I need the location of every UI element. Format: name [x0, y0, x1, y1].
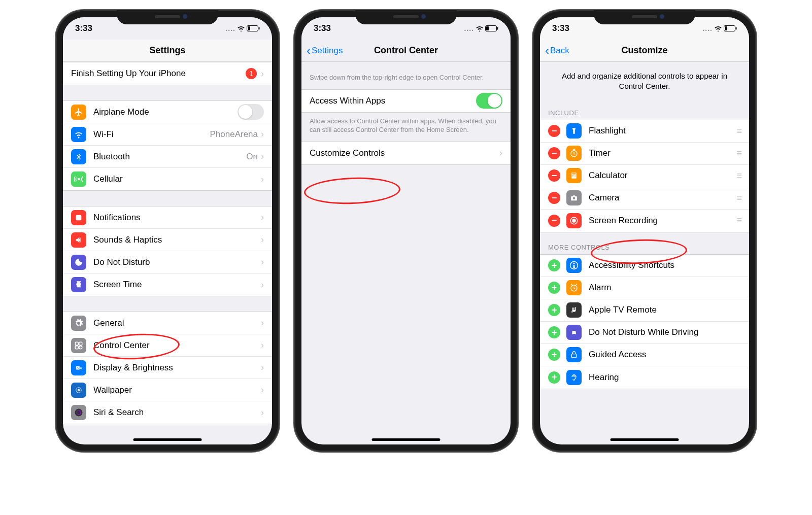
cell-siri-search[interactable]: Siri & Search› — [63, 401, 272, 424]
remove-button[interactable]: − — [548, 192, 560, 204]
cell-do-not-disturb[interactable]: Do Not Disturb› — [63, 251, 272, 273]
control-alarm[interactable]: +Alarm — [540, 277, 749, 299]
nav-title: Settings — [149, 45, 185, 56]
chevron-right-icon: › — [499, 148, 502, 158]
remove-button[interactable]: − — [548, 147, 560, 159]
back-button[interactable]: ‹ Back — [545, 44, 569, 58]
flashlight-icon — [566, 123, 582, 139]
chevron-right-icon: › — [261, 318, 264, 328]
cell-cellular[interactable]: Cellular› — [63, 168, 272, 190]
bluetooth-value: On — [246, 152, 258, 162]
airplane-mode-toggle[interactable] — [238, 104, 264, 120]
access-label: Access Within Apps — [310, 96, 476, 106]
customize-group: Customize Controls › — [301, 142, 511, 165]
cell-wallpaper[interactable]: Wallpaper› — [63, 379, 272, 401]
notch — [594, 10, 695, 24]
remove-button[interactable]: − — [548, 169, 560, 182]
notifications-label: Notifications — [93, 213, 261, 223]
reorder-handle-icon[interactable]: ≡ — [736, 193, 741, 203]
chevron-right-icon: › — [261, 340, 264, 351]
reorder-handle-icon[interactable]: ≡ — [736, 170, 741, 181]
add-button[interactable]: + — [548, 259, 560, 271]
content[interactable]: Finish Setting Up Your iPhone 1 › Airpla… — [63, 62, 272, 444]
cell-notifications[interactable]: Notifications› — [63, 207, 272, 229]
chevron-right-icon: › — [261, 385, 264, 395]
content[interactable]: Add and organize additional controls to … — [540, 62, 749, 444]
siri-search-label: Siri & Search — [93, 407, 261, 418]
control-guided-access[interactable]: +Guided Access — [540, 344, 749, 366]
back-button[interactable]: ‹ Settings — [307, 44, 343, 58]
home-indicator[interactable] — [611, 438, 679, 441]
status-time: 3:33 — [552, 23, 569, 33]
control-flashlight[interactable]: −Flashlight≡ — [540, 120, 749, 143]
svg-point-27 — [575, 175, 576, 176]
access-within-apps-cell[interactable]: Access Within Apps — [301, 90, 511, 112]
wifi-icon — [476, 25, 484, 31]
accessibility-shortcuts-label: Accessibility Shortcuts — [589, 260, 741, 270]
remove-button[interactable]: − — [548, 125, 560, 137]
reorder-handle-icon[interactable]: ≡ — [736, 215, 741, 226]
display-brightness-label: Display & Brightness — [93, 363, 261, 373]
access-toggle[interactable] — [476, 93, 502, 109]
hearing-icon — [566, 370, 582, 385]
add-button[interactable]: + — [548, 371, 560, 384]
timer-icon — [566, 146, 582, 161]
reorder-handle-icon[interactable]: ≡ — [736, 148, 741, 159]
control-timer[interactable]: −Timer≡ — [540, 143, 749, 165]
customize-controls-cell[interactable]: Customize Controls › — [301, 142, 511, 164]
add-button[interactable]: + — [548, 282, 560, 294]
airplane-mode-icon — [71, 105, 86, 120]
control-calculator[interactable]: −Calculator≡ — [540, 165, 749, 187]
control-center-icon — [71, 338, 86, 353]
svg-point-28 — [572, 177, 573, 177]
timer-label: Timer — [589, 148, 736, 158]
control-hearing[interactable]: +Hearing — [540, 366, 749, 389]
cell-control-center[interactable]: Control Center› — [63, 334, 272, 357]
cell-wi-fi[interactable]: Wi-FiPhoneArena› — [63, 123, 272, 146]
setup-cell[interactable]: Finish Setting Up Your iPhone 1 › — [63, 62, 272, 85]
apple-tv-remote-icon: tv — [566, 302, 582, 318]
add-button[interactable]: + — [548, 349, 560, 361]
svg-point-31 — [573, 197, 576, 199]
control-camera[interactable]: −Camera≡ — [540, 187, 749, 210]
cell-display-brightness[interactable]: AADisplay & Brightness› — [63, 357, 272, 379]
svg-rect-1 — [259, 27, 260, 30]
control-screen-recording[interactable]: −Screen Recording≡ — [540, 210, 749, 232]
add-button[interactable]: + — [548, 326, 560, 338]
home-indicator[interactable] — [133, 438, 202, 441]
cell-general[interactable]: General› — [63, 312, 272, 334]
status-right: .... — [225, 24, 260, 32]
more-header: MORE CONTROLS — [540, 232, 749, 254]
cc-help2: Allow access to Control Center within ap… — [301, 113, 511, 142]
cell-screen-time[interactable]: Screen Time› — [63, 273, 272, 296]
reorder-handle-icon[interactable]: ≡ — [736, 126, 741, 136]
chevron-right-icon: › — [261, 280, 264, 290]
alarm-icon — [566, 280, 582, 295]
home-indicator[interactable] — [372, 438, 441, 441]
cell-sounds-haptics[interactable]: Sounds & Haptics› — [63, 229, 272, 251]
include-header: INCLUDE — [540, 102, 749, 120]
notch — [355, 10, 457, 24]
back-label: Settings — [312, 46, 343, 56]
control-accessibility-shortcuts[interactable]: +Accessibility Shortcuts — [540, 255, 749, 277]
svg-point-33 — [572, 219, 576, 222]
nav-title: Customize — [621, 45, 667, 56]
add-button[interactable]: + — [548, 304, 560, 316]
svg-point-39 — [575, 332, 576, 333]
svg-rect-18 — [486, 26, 489, 30]
content[interactable]: Swipe down from the top-right edge to op… — [301, 62, 511, 444]
do-not-disturb-while-driving-label: Do Not Disturb While Driving — [589, 327, 741, 337]
calculator-icon — [566, 168, 582, 183]
control-do-not-disturb-while-driving[interactable]: +Do Not Disturb While Driving — [540, 322, 749, 344]
phone-control-center: 3:33 .... ‹ Settings Control Center Swip… — [294, 10, 518, 452]
chevron-right-icon: › — [261, 129, 264, 140]
apple-tv-remote-label: Apple TV Remote — [589, 305, 741, 315]
cell-airplane-mode[interactable]: Airplane Mode — [63, 101, 272, 123]
svg-point-3 — [78, 179, 80, 180]
remove-button[interactable]: − — [548, 215, 560, 227]
svg-point-26 — [573, 175, 574, 176]
cell-bluetooth[interactable]: BluetoothOn› — [63, 146, 272, 168]
screen-recording-icon — [566, 213, 582, 228]
control-apple-tv-remote[interactable]: +tvApple TV Remote — [540, 299, 749, 322]
spacer — [63, 296, 272, 312]
